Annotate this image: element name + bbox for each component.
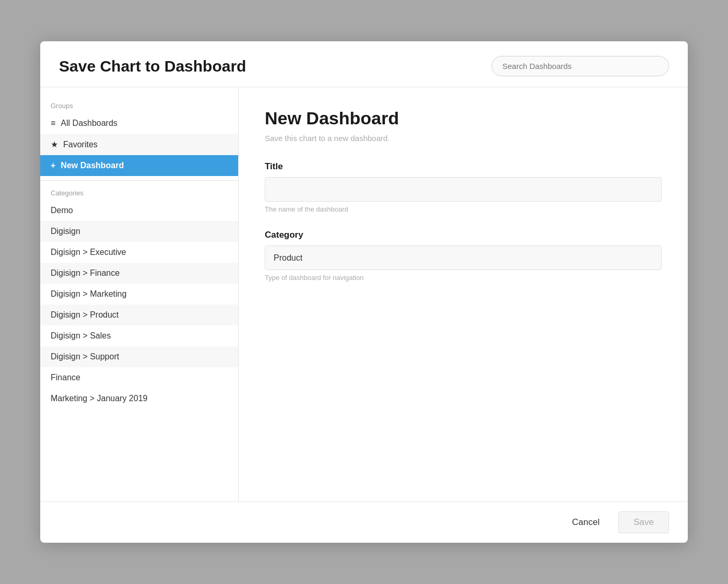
sidebar-category-item-4[interactable]: Digisign > Marketing [40,284,238,305]
plus-icon: + [51,161,55,170]
search-input[interactable] [491,56,669,76]
sidebar-category-item-3[interactable]: Digisign > Finance [40,263,238,284]
all-dashboards-label: All Dashboards [61,119,118,128]
modal-footer: Cancel Save [40,501,688,543]
categories-label: Categories [40,185,238,200]
category-list: DemoDigisignDigisign > ExecutiveDigisign… [40,200,238,409]
sidebar-category-item-0[interactable]: Demo [40,200,238,221]
modal-title: Save Chart to Dashboard [59,57,246,75]
sidebar-category-item-1[interactable]: Digisign [40,221,238,242]
sidebar-category-item-5[interactable]: Digisign > Product [40,305,238,325]
sidebar-item-all-dashboards[interactable]: ≡ All Dashboards [40,113,238,134]
new-dashboard-label: New Dashboard [61,161,124,170]
groups-label: Groups [40,98,238,113]
search-container [491,56,669,76]
hamburger-icon: ≡ [51,119,55,128]
sidebar-divider [40,180,238,181]
favorites-label: Favorites [63,140,98,149]
title-form-group: Title The name of the dashboard [265,161,662,213]
title-label: Title [265,161,662,172]
category-label: Category [265,230,662,240]
sidebar-category-item-9[interactable]: Marketing > January 2019 [40,388,238,409]
star-icon: ★ [51,139,58,149]
sidebar-category-item-8[interactable]: Finance [40,367,238,388]
category-form-group: Category Product Type of dashboard for n… [265,230,662,282]
sidebar-item-new-dashboard[interactable]: + New Dashboard [40,155,238,176]
save-button[interactable]: Save [618,511,669,533]
title-input[interactable] [265,177,662,202]
title-hint: The name of the dashboard [265,205,662,213]
content-subtitle: Save this chart to a new dashboard. [265,134,662,143]
modal: Save Chart to Dashboard Groups ≡ All Das… [40,41,688,543]
cancel-button[interactable]: Cancel [561,512,610,533]
category-hint: Type of dashboard for navigation [265,274,662,282]
sidebar-category-item-2[interactable]: Digisign > Executive [40,242,238,263]
category-select[interactable]: Product [265,246,662,270]
modal-body: Groups ≡ All Dashboards ★ Favorites + Ne… [40,87,688,501]
content-title: New Dashboard [265,108,662,129]
main-content: New Dashboard Save this chart to a new d… [239,87,688,501]
sidebar-category-item-7[interactable]: Digisign > Support [40,346,238,367]
modal-header: Save Chart to Dashboard [40,41,688,87]
sidebar-category-item-6[interactable]: Digisign > Sales [40,325,238,346]
modal-overlay: Save Chart to Dashboard Groups ≡ All Das… [0,0,728,584]
sidebar-item-favorites[interactable]: ★ Favorites [40,134,238,155]
sidebar: Groups ≡ All Dashboards ★ Favorites + Ne… [40,87,239,501]
